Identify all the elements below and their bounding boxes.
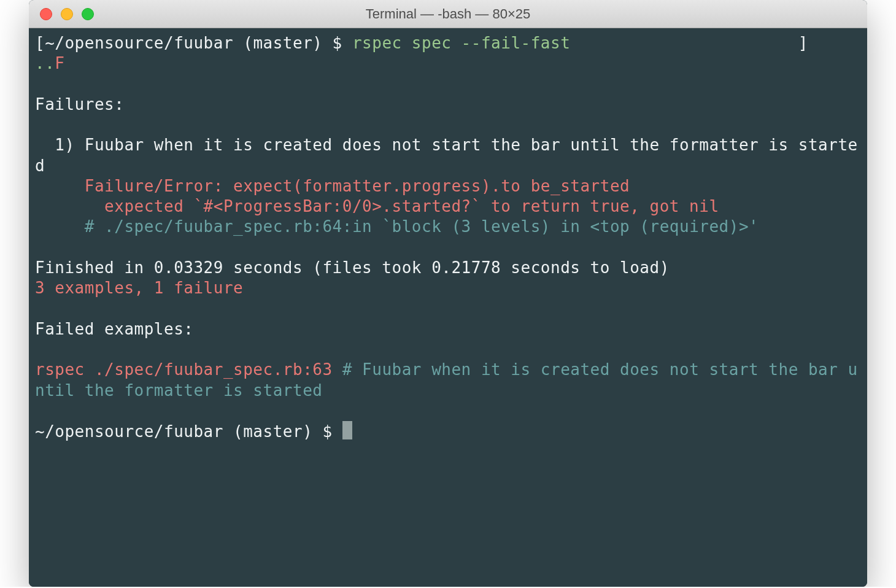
window-title: Terminal — -bash — 80×25: [29, 6, 867, 22]
prompt-bracket-close: ]: [570, 34, 808, 52]
failure-expected-line: expected `#<ProgressBar:0/0>.started?` t…: [35, 196, 861, 217]
failures-heading: Failures:: [35, 95, 861, 115]
terminal-content[interactable]: [~/opensource/fuubar (master) $ rspec sp…: [29, 28, 867, 587]
shell-prompt: ~/opensource/fuubar (master) $: [35, 422, 342, 441]
examples-summary: 3 examples, 1 failure: [35, 278, 861, 298]
finished-summary: Finished in 0.03329 seconds (files took …: [35, 258, 861, 278]
blank-line: [35, 238, 861, 258]
blank-line: [35, 339, 861, 360]
minimize-icon[interactable]: [61, 8, 73, 20]
blank-line: [35, 115, 861, 135]
failure-error-line: Failure/Error: expect(formatter.progress…: [35, 176, 861, 196]
shell-command: rspec spec --fail-fast: [352, 34, 570, 52]
rspec-fail-F: F: [55, 54, 64, 72]
failure-backtrace: # ./spec/fuubar_spec.rb:64:in `block (3 …: [35, 217, 861, 237]
blank-line: [35, 401, 861, 421]
prompt-bracket: [: [35, 34, 45, 52]
cursor: [342, 421, 352, 439]
failed-example-path: rspec ./spec/fuubar_spec.rb:63: [35, 360, 333, 379]
maximize-icon[interactable]: [82, 8, 94, 20]
rspec-pass-dots: ..: [35, 54, 55, 72]
terminal-window: Terminal — -bash — 80×25 [~/opensource/f…: [29, 0, 867, 587]
traffic-lights: [29, 8, 94, 20]
failed-examples-heading: Failed examples:: [35, 319, 861, 339]
shell-prompt: ~/opensource/fuubar (master) $: [45, 34, 352, 52]
blank-line: [35, 74, 861, 95]
titlebar: Terminal — -bash — 80×25: [29, 0, 867, 28]
close-icon[interactable]: [40, 8, 52, 20]
blank-line: [35, 298, 861, 319]
failure-description: 1) Fuubar when it is created does not st…: [35, 135, 861, 176]
